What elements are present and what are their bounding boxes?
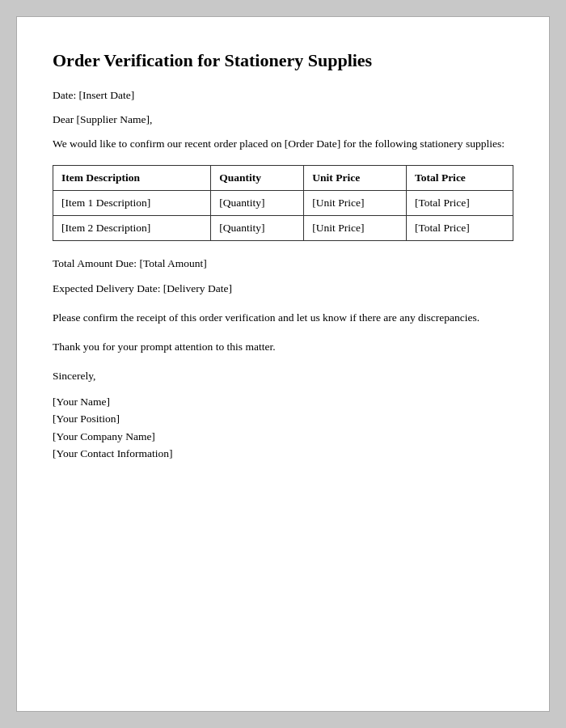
- col-header-unit-price: Unit Price: [304, 166, 407, 191]
- document-title: Order Verification for Stationery Suppli…: [53, 49, 513, 73]
- signature-contact: [Your Contact Information]: [53, 445, 513, 463]
- signature-company: [Your Company Name]: [53, 428, 513, 446]
- col-header-quantity: Quantity: [211, 166, 304, 191]
- page-container: Order Verification for Stationery Suppli…: [16, 16, 550, 712]
- total-amount: Total Amount Due: [Total Amount]: [53, 256, 513, 272]
- date-line: Date: [Insert Date]: [53, 87, 513, 104]
- signature-name: [Your Name]: [53, 393, 513, 411]
- signature-block: [Your Name] [Your Position] [Your Compan…: [53, 393, 513, 463]
- delivery-date: Expected Delivery Date: [Delivery Date]: [53, 281, 513, 297]
- table-row: [Item 1 Description] [Quantity] [Unit Pr…: [53, 191, 513, 216]
- row1-total-price: [Total Price]: [407, 191, 513, 216]
- thank-you: Thank you for your prompt attention to t…: [53, 339, 513, 355]
- col-header-item-description: Item Description: [53, 166, 211, 191]
- salutation: Dear [Supplier Name],: [53, 112, 513, 128]
- order-table: Item Description Quantity Unit Price Tot…: [53, 165, 513, 241]
- intro-paragraph: We would like to confirm our recent orde…: [53, 136, 513, 152]
- confirmation-paragraph: Please confirm the receipt of this order…: [53, 310, 513, 326]
- row2-item-description: [Item 2 Description]: [53, 216, 211, 241]
- closing: Sincerely,: [53, 368, 513, 384]
- row2-total-price: [Total Price]: [407, 216, 513, 241]
- signature-position: [Your Position]: [53, 410, 513, 428]
- row2-quantity: [Quantity]: [211, 216, 304, 241]
- table-row: [Item 2 Description] [Quantity] [Unit Pr…: [53, 216, 513, 241]
- table-header-row: Item Description Quantity Unit Price Tot…: [53, 166, 513, 191]
- row1-unit-price: [Unit Price]: [304, 191, 407, 216]
- row2-unit-price: [Unit Price]: [304, 216, 407, 241]
- col-header-total-price: Total Price: [407, 166, 513, 191]
- row1-quantity: [Quantity]: [211, 191, 304, 216]
- row1-item-description: [Item 1 Description]: [53, 191, 211, 216]
